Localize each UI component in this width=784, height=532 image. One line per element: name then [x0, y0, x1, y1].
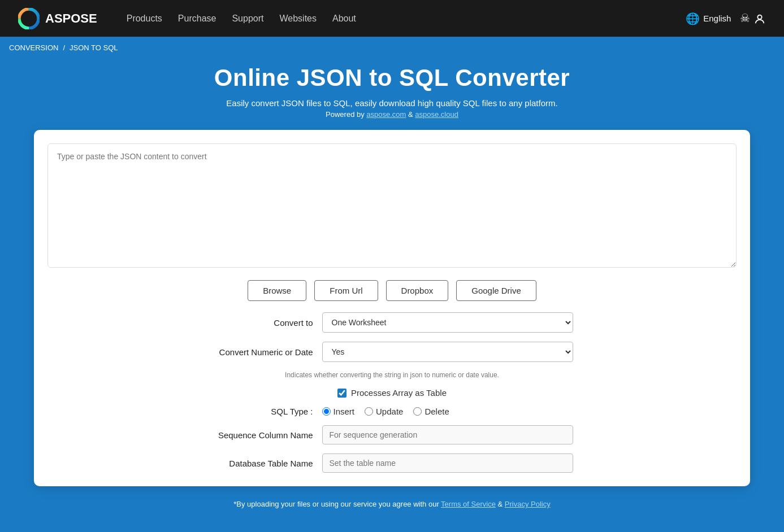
page-title: Online JSON to SQL Converter [34, 64, 750, 91]
footer-separator: & [496, 500, 505, 508]
main-content: Online JSON to SQL Converter Easily conv… [0, 59, 784, 532]
dropbox-button[interactable]: Dropbox [386, 280, 449, 301]
sql-type-delete-text: Delete [425, 407, 449, 416]
google-drive-button[interactable]: Google Drive [456, 280, 536, 301]
breadcrumb-separator: / [63, 43, 65, 52]
converter-card: Browse From Url Dropbox Google Drive Con… [34, 130, 750, 486]
page-subtitle: Easily convert JSON files to SQL, easily… [34, 98, 750, 108]
numeric-date-select[interactable]: Yes No [322, 342, 573, 362]
json-textarea[interactable] [47, 143, 737, 268]
nav-purchase[interactable]: Purchase [178, 14, 216, 24]
globe-icon: 🌐 [686, 12, 700, 25]
sql-type-delete-radio[interactable] [413, 407, 422, 416]
sql-type-label: SQL Type : [211, 407, 313, 416]
sequence-col-row: Sequence Column Name [211, 425, 573, 444]
sql-type-radio-group: Insert Update Delete [322, 407, 449, 416]
sql-type-row: SQL Type : Insert Update Delete [211, 407, 573, 416]
convert-to-label: Convert to [211, 318, 313, 328]
powered-by: Powered by aspose.com & aspose.cloud [34, 110, 750, 119]
aspose-cloud-link[interactable]: aspose.cloud [415, 110, 458, 119]
nav-links: Products Purchase Support Websites About [127, 14, 668, 24]
buttons-row: Browse From Url Dropbox Google Drive [47, 280, 737, 301]
sequence-col-label: Sequence Column Name [211, 430, 313, 440]
svg-point-3 [757, 15, 761, 19]
brand-logo[interactable]: ASPOSE [18, 8, 97, 29]
db-table-row: Database Table Name [211, 453, 573, 473]
numeric-date-hint: Indicates whether converting the string … [285, 371, 499, 379]
db-table-label: Database Table Name [211, 459, 313, 468]
link-separator: & [406, 110, 415, 119]
nav-support[interactable]: Support [232, 14, 263, 24]
sequence-col-input[interactable] [322, 425, 573, 444]
sql-type-update-text: Update [376, 407, 403, 416]
user-icon[interactable]: ☠ [740, 11, 766, 25]
navbar: ASPOSE Products Purchase Support Website… [0, 0, 784, 37]
processes-array-label: Processes Array as Table [351, 388, 447, 398]
processes-array-checkbox[interactable] [337, 389, 346, 398]
nav-about[interactable]: About [332, 14, 356, 24]
footer-text-prefix: *By uploading your files or using our se… [233, 500, 441, 508]
nav-products[interactable]: Products [127, 14, 162, 24]
language-button[interactable]: 🌐 English [686, 12, 731, 25]
nav-websites[interactable]: Websites [279, 14, 317, 24]
breadcrumb-conversion[interactable]: CONVERSION [9, 43, 58, 52]
sql-type-insert-text: Insert [333, 407, 355, 416]
powered-by-text: Powered by [326, 110, 366, 119]
convert-to-row: Convert to One Worksheet Multiple Worksh… [211, 312, 573, 333]
processes-array-row: Processes Array as Table [337, 388, 447, 398]
numeric-date-label: Convert Numeric or Date [211, 347, 313, 357]
breadcrumb: CONVERSION / JSON TO SQL [0, 37, 784, 59]
sql-type-insert-label[interactable]: Insert [322, 407, 355, 416]
tos-link[interactable]: Terms of Service [441, 500, 496, 508]
numeric-date-row: Convert Numeric or Date Yes No [211, 342, 573, 362]
breadcrumb-current: JSON TO SQL [70, 43, 118, 52]
convert-to-select[interactable]: One Worksheet Multiple Worksheets [322, 312, 573, 333]
navbar-right: 🌐 English ☠ [686, 11, 766, 25]
footer: *By uploading your files or using our se… [34, 491, 750, 517]
aspose-com-link[interactable]: aspose.com [366, 110, 406, 119]
privacy-link[interactable]: Privacy Policy [505, 500, 551, 508]
sql-type-update-radio[interactable] [365, 407, 373, 416]
db-table-input[interactable] [322, 453, 573, 473]
sql-type-insert-radio[interactable] [322, 407, 331, 416]
from-url-button[interactable]: From Url [314, 280, 378, 301]
browse-button[interactable]: Browse [248, 280, 306, 301]
brand-name: ASPOSE [45, 11, 97, 26]
options-area: Convert to One Worksheet Multiple Worksh… [47, 312, 737, 473]
sql-type-update-label[interactable]: Update [365, 407, 403, 416]
sql-type-delete-label[interactable]: Delete [413, 407, 449, 416]
language-label: English [703, 14, 731, 23]
